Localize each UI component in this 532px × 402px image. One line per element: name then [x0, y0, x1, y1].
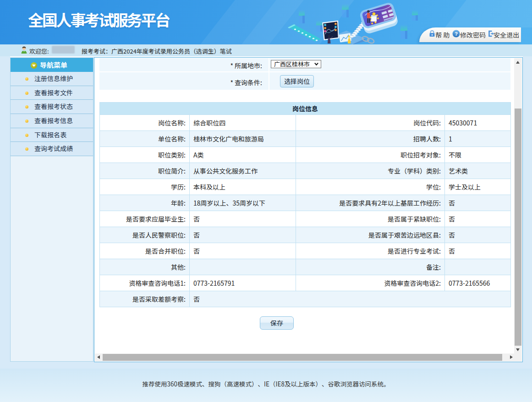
svg-text:?: ? — [455, 31, 458, 37]
